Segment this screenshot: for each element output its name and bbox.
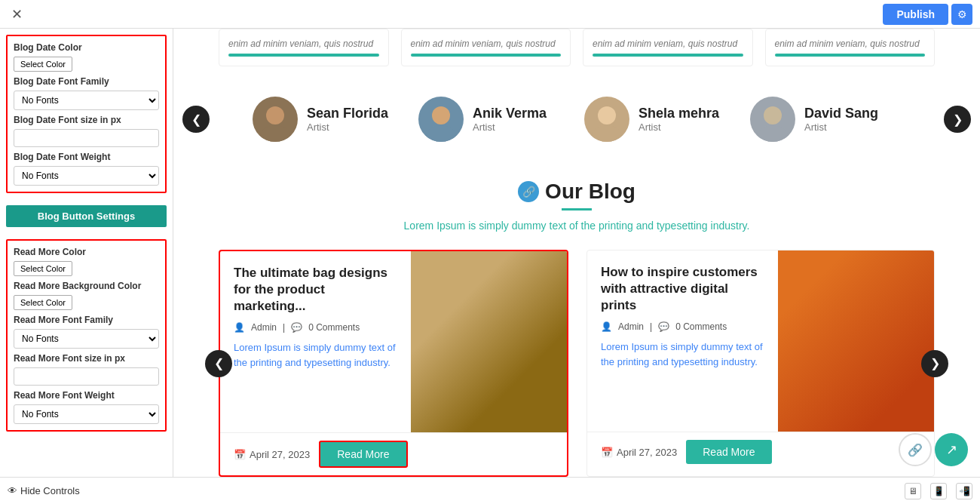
artist-card-4: David Sang Artist: [750, 97, 901, 142]
separator-1: |: [283, 322, 285, 333]
read-more-settings-section: Read More Color Select Color Read More B…: [6, 239, 167, 432]
artist-card-2: Anik Verma Artist: [418, 97, 569, 142]
left-panel: Blog Date Color Select Color Blog Date F…: [0, 29, 173, 477]
blog-card-1-image: [411, 251, 567, 432]
preview-card-3-text: enim ad minim veniam, quis nostrud: [593, 38, 743, 49]
blog-date-font-family-select[interactable]: No Fonts: [14, 91, 159, 110]
select-color-1-button[interactable]: Select Color: [14, 57, 72, 72]
blog-card-1-comments: 0 Comments: [308, 322, 360, 333]
artists-section: ❮ Sean Florida Artist Anik: [173, 81, 980, 157]
artist-role-2: Artist: [473, 121, 547, 133]
preview-card-3: enim ad minim veniam, quis nostrud: [583, 29, 753, 66]
artist-card-3: Shela mehra Artist: [584, 97, 735, 142]
preview-card-4: enim ad minim veniam, quis nostrud: [765, 29, 936, 66]
settings-button[interactable]: ⚙: [951, 4, 972, 25]
svg-point-2: [432, 106, 450, 124]
read-more-font-size-input[interactable]: [14, 367, 159, 386]
user-icon-1: 👤: [234, 322, 245, 333]
blog-card-2-img-bg: [778, 250, 934, 432]
hide-controls-button[interactable]: 👁 Hide Controls: [8, 485, 80, 496]
read-more-bg-color-label: Read More Background Color: [14, 281, 159, 291]
blog-date-font-size-label: Blog Date Font size in px: [14, 115, 159, 125]
svg-point-3: [426, 125, 456, 142]
blog-title: 🔗 Our Blog: [518, 180, 635, 204]
blog-card-2-date: 📅 April 27, 2023: [601, 447, 677, 458]
artist-info-3: Shela mehra Artist: [639, 106, 719, 133]
svg-point-6: [764, 106, 782, 124]
comment-icon-1: 💬: [291, 322, 302, 333]
separator-2: |: [650, 321, 652, 332]
svg-point-4: [598, 106, 616, 124]
blog-card-2-top: How to inspire customers with attractive…: [587, 250, 934, 432]
read-more-font-size-label: Read More Font size in px: [14, 353, 159, 364]
blog-card-2: How to inspire customers with attractive…: [586, 250, 935, 477]
blog-link-icon: 🔗: [518, 181, 539, 202]
tablet-view-button[interactable]: 📱: [930, 483, 947, 499]
artist-role-4: Artist: [804, 121, 878, 133]
preview-card-3-accent: [593, 54, 743, 57]
blog-date-font-weight-select[interactable]: No Fonts: [14, 166, 159, 186]
fab-secondary-button[interactable]: 🔗: [899, 433, 932, 466]
blog-card-1-date: 📅 April 27, 2023: [234, 449, 310, 460]
blog-card-1-meta: 👤 Admin | 💬 0 Comments: [234, 322, 397, 333]
blog-date-color-section: Blog Date Color Select Color Blog Date F…: [6, 35, 167, 193]
blog-date-font-weight-label: Blog Date Font Weight: [14, 152, 159, 162]
fab-main-button[interactable]: ↗: [935, 433, 968, 466]
read-more-font-family-select[interactable]: No Fonts: [14, 329, 159, 349]
artists-prev-button[interactable]: ❮: [182, 106, 210, 133]
blog-cards-row: The ultimate bag designs for the product…: [219, 250, 935, 477]
publish-button[interactable]: Publish: [883, 4, 948, 25]
blog-card-1-title: The ultimate bag designs for the product…: [234, 265, 397, 315]
read-more-font-weight-select[interactable]: No Fonts: [14, 404, 159, 424]
select-color-3-button[interactable]: Select Color: [14, 295, 72, 310]
blog-subtitle: Lorem Ipsum is simply dummy text of the …: [219, 220, 935, 232]
read-more-button-2[interactable]: Read More: [686, 440, 771, 464]
close-button[interactable]: ✕: [8, 5, 26, 23]
artist-card-1: Sean Florida Artist: [253, 97, 403, 142]
blog-date-font-size-input[interactable]: [14, 129, 159, 147]
blog-card-2-meta: 👤 Admin | 💬 0 Comments: [601, 321, 764, 332]
svg-point-5: [592, 125, 622, 142]
blog-card-1-author: Admin: [251, 322, 277, 333]
main-layout: Blog Date Color Select Color Blog Date F…: [0, 29, 980, 477]
artist-role-3: Artist: [639, 121, 719, 133]
bottom-bar: 👁 Hide Controls 🖥 📱 📲: [0, 477, 980, 504]
artist-name-1: Sean Florida: [307, 106, 388, 121]
blog-card-1-img-bg: [411, 251, 567, 432]
artist-role-1: Artist: [307, 121, 388, 133]
blog-next-button[interactable]: ❯: [921, 350, 948, 377]
svg-point-1: [260, 125, 290, 142]
read-more-button-1[interactable]: Read More: [319, 441, 407, 468]
calendar-icon-1: 📅: [234, 449, 246, 460]
blog-cards-container: ❮ The ultimate bag designs for the produ…: [219, 250, 935, 477]
blog-card-1-footer: 📅 April 27, 2023 Read More: [220, 432, 567, 475]
blog-prev-button[interactable]: ❮: [205, 350, 232, 377]
preview-card-2-text: enim ad minim veniam, quis nostrud: [411, 38, 562, 49]
artist-name-4: David Sang: [804, 106, 878, 121]
artist-avatar-3: [584, 97, 629, 142]
blog-button-settings-button[interactable]: Blog Button Settings: [6, 205, 167, 227]
blog-section: 🔗 Our Blog Lorem Ipsum is simply dummy t…: [173, 157, 980, 477]
preview-card-4-text: enim ad minim veniam, quis nostrud: [775, 38, 926, 49]
artist-name-2: Anik Verma: [473, 106, 547, 121]
blog-card-1: The ultimate bag designs for the product…: [219, 250, 568, 477]
preview-card-1: enim ad minim veniam, quis nostrud: [219, 29, 389, 66]
svg-point-0: [266, 106, 284, 124]
preview-card-2-accent: [411, 54, 562, 57]
artists-next-button[interactable]: ❯: [944, 106, 971, 133]
blog-card-2-comments: 0 Comments: [675, 321, 727, 332]
blog-card-1-top: The ultimate bag designs for the product…: [220, 251, 567, 432]
blog-date-font-family-label: Blog Date Font Family: [14, 76, 159, 87]
blog-card-2-author: Admin: [618, 321, 644, 332]
read-more-color-label: Read More Color: [14, 247, 159, 257]
hide-controls-label: Hide Controls: [20, 485, 80, 496]
mobile-view-button[interactable]: 📲: [956, 483, 972, 499]
artist-info-4: David Sang Artist: [804, 106, 878, 133]
artist-avatar-4: [750, 97, 795, 142]
calendar-icon-2: 📅: [601, 447, 613, 458]
blog-card-2-footer: 📅 April 27, 2023 Read More: [587, 432, 934, 472]
blog-card-1-excerpt: Lorem Ipsum is simply dummy text of the …: [234, 340, 397, 419]
select-color-2-button[interactable]: Select Color: [14, 261, 72, 276]
preview-card-1-accent: [228, 54, 379, 57]
desktop-view-button[interactable]: 🖥: [905, 483, 921, 499]
